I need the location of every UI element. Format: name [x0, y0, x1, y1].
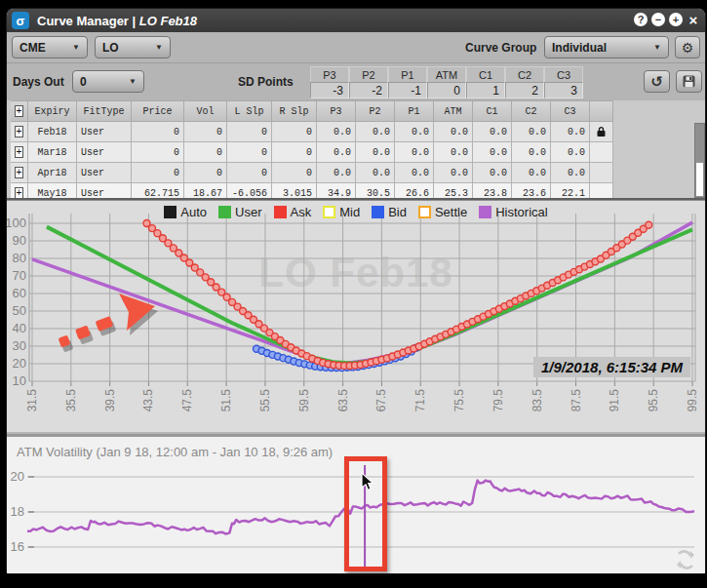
days-out-dropdown[interactable]: 0▼ — [72, 70, 144, 93]
col-header-FitType: FitType — [77, 100, 132, 122]
value-cell[interactable]: 0.0 — [473, 142, 512, 163]
value-cell[interactable]: -6.056 — [227, 183, 272, 198]
value-cell[interactable]: 22.1 — [551, 183, 590, 198]
lock-cell[interactable] — [590, 122, 613, 142]
value-cell[interactable]: 0.0 — [512, 163, 551, 183]
legend-item-user[interactable]: User — [218, 205, 261, 219]
sd-value-P2[interactable]: -2 — [349, 82, 388, 98]
legend-label: Historical — [495, 205, 547, 219]
value-cell[interactable]: 0.0 — [317, 163, 356, 183]
lock-cell[interactable] — [590, 142, 613, 163]
sd-value-P1[interactable]: -1 — [388, 82, 427, 98]
value-cell[interactable]: 0 — [272, 163, 317, 183]
legend-item-historical[interactable]: Historical — [479, 205, 547, 219]
lock-cell[interactable] — [590, 183, 613, 198]
sd-header-ATM: ATM — [427, 66, 466, 82]
value-cell[interactable]: 0.0 — [551, 163, 590, 183]
value-cell[interactable]: 0.0 — [395, 142, 434, 163]
refresh-curves-button[interactable]: ↺ — [644, 70, 670, 93]
value-cell[interactable]: 0 — [132, 163, 184, 183]
expand-row-button[interactable]: + — [11, 183, 28, 198]
value-cell[interactable]: 62.715 — [132, 183, 184, 198]
value-cell[interactable]: 0 — [227, 142, 272, 163]
table-scrollbar[interactable] — [694, 123, 705, 198]
fittype-cell[interactable]: User — [77, 122, 132, 142]
value-cell[interactable]: 0 — [272, 122, 317, 142]
expand-icon[interactable]: + — [15, 167, 23, 178]
expand-all-button[interactable]: + — [11, 100, 28, 122]
value-cell[interactable]: 0.0 — [473, 122, 512, 142]
value-cell[interactable]: 25.3 — [434, 183, 473, 198]
minimize-button[interactable]: − — [651, 13, 665, 26]
value-cell[interactable]: 0.0 — [395, 163, 434, 183]
expand-icon[interactable]: + — [15, 146, 23, 158]
value-cell[interactable]: 30.5 — [356, 183, 395, 198]
col-header-Expiry: Expiry — [28, 100, 77, 122]
legend-item-bid[interactable]: Bid — [372, 205, 407, 219]
value-cell[interactable]: 0.0 — [356, 163, 395, 183]
help-button[interactable]: ? — [634, 13, 648, 26]
svg-text:47.5: 47.5 — [180, 389, 194, 412]
exchange-dropdown[interactable]: CME▼ — [12, 36, 88, 59]
value-cell[interactable]: 3.015 — [272, 183, 317, 198]
fittype-cell[interactable]: User — [77, 163, 132, 183]
expand-icon[interactable]: + — [15, 126, 23, 137]
expand-icon[interactable]: + — [15, 187, 23, 198]
value-cell[interactable]: 0.0 — [512, 142, 551, 163]
product-dropdown[interactable]: LO▼ — [95, 36, 171, 59]
value-cell[interactable]: 0 — [132, 122, 184, 142]
settings-button[interactable]: ⚙ — [675, 36, 700, 59]
value-cell[interactable]: 0.0 — [551, 122, 590, 142]
sd-value-C1[interactable]: 1 — [466, 82, 505, 98]
value-cell[interactable]: 0.0 — [317, 142, 356, 163]
window-title: Curve Manager | LO Feb18 — [37, 14, 197, 28]
legend-item-settle[interactable]: Settle — [418, 205, 467, 219]
value-cell[interactable]: 34.9 — [317, 183, 356, 198]
value-cell[interactable]: 0.0 — [317, 122, 356, 142]
value-cell[interactable]: 0 — [227, 163, 272, 183]
sd-value-C3[interactable]: 3 — [544, 82, 583, 98]
value-cell[interactable]: 0.0 — [434, 122, 473, 142]
value-cell[interactable]: 0 — [227, 122, 272, 142]
value-cell[interactable]: 23.8 — [473, 183, 512, 198]
refresh-icon[interactable] — [674, 548, 697, 571]
expand-icon[interactable]: + — [15, 105, 23, 117]
expand-row-button[interactable]: + — [11, 142, 28, 163]
value-cell[interactable]: 0.0 — [356, 142, 395, 163]
value-cell[interactable]: 0.0 — [395, 122, 434, 142]
curve-group-dropdown[interactable]: Individual▼ — [544, 36, 669, 59]
value-cell[interactable]: 0 — [132, 142, 184, 163]
value-cell[interactable]: 0 — [184, 122, 227, 142]
value-cell[interactable]: 23.6 — [512, 183, 551, 198]
value-cell[interactable]: 0 — [272, 142, 317, 163]
curve-chart[interactable]: 31.535.539.543.547.551.555.559.563.567.5… — [7, 201, 705, 433]
legend-item-auto[interactable]: Auto — [164, 205, 207, 219]
table-scrollbar-thumb[interactable] — [696, 163, 703, 196]
sd-value-ATM[interactable]: 0 — [427, 82, 466, 98]
value-cell[interactable]: 26.6 — [395, 183, 434, 198]
value-cell[interactable]: 0 — [184, 142, 227, 163]
value-cell[interactable]: 0.0 — [473, 163, 512, 183]
value-cell[interactable]: 0.0 — [434, 163, 473, 183]
sd-value-C2[interactable]: 2 — [505, 82, 544, 98]
maximize-button[interactable]: + — [669, 13, 683, 26]
svg-text:71.5: 71.5 — [413, 389, 427, 412]
app-icon: σ — [12, 12, 29, 29]
value-cell[interactable]: 0 — [184, 163, 227, 183]
sd-value-P3[interactable]: -3 — [310, 82, 349, 98]
value-cell[interactable]: 18.67 — [184, 183, 227, 198]
fittype-cell[interactable]: User — [77, 183, 132, 198]
value-cell[interactable]: 0.0 — [356, 122, 395, 142]
expand-row-button[interactable]: + — [11, 163, 28, 183]
value-cell[interactable]: 0.0 — [551, 142, 590, 163]
title-bar[interactable]: σ Curve Manager | LO Feb18 ? − + × — [7, 9, 705, 32]
legend-item-mid[interactable]: Mid — [323, 205, 360, 219]
value-cell[interactable]: 0.0 — [434, 142, 473, 163]
save-button[interactable] — [676, 70, 702, 93]
fittype-cell[interactable]: User — [77, 142, 132, 163]
value-cell[interactable]: 0.0 — [512, 122, 551, 142]
lock-cell[interactable] — [590, 163, 613, 183]
close-button[interactable]: × — [687, 13, 700, 26]
expand-row-button[interactable]: + — [11, 122, 28, 142]
legend-item-ask[interactable]: Ask — [274, 205, 312, 219]
